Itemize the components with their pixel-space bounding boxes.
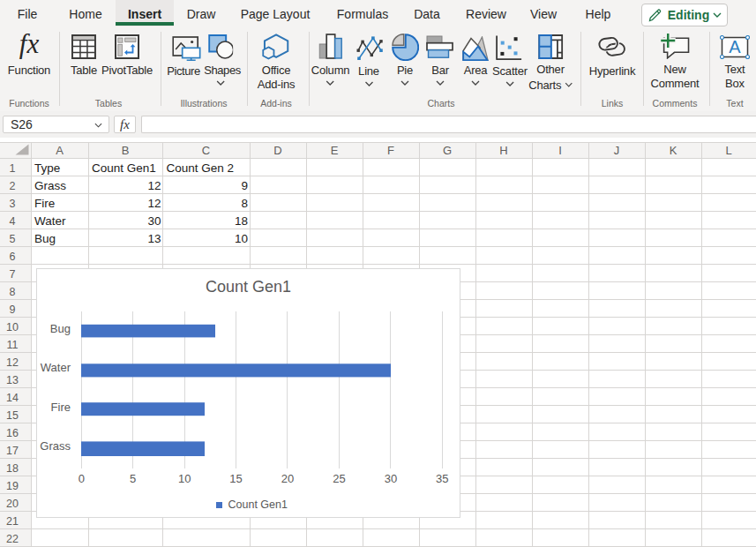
- svg-text:K: K: [670, 144, 677, 157]
- svg-text:6: 6: [10, 251, 16, 263]
- svg-text:10: 10: [235, 232, 248, 245]
- svg-text:Count Gen 2: Count Gen 2: [167, 161, 235, 175]
- svg-text:19: 19: [6, 480, 19, 492]
- svg-text:Bug: Bug: [34, 232, 56, 245]
- svg-text:14: 14: [6, 392, 19, 404]
- svg-text:Fire: Fire: [34, 197, 55, 210]
- svg-text:16: 16: [6, 427, 19, 439]
- svg-text:J: J: [614, 144, 620, 157]
- svg-text:A: A: [56, 144, 64, 157]
- svg-text:12: 12: [147, 197, 161, 210]
- svg-text:12: 12: [6, 356, 19, 369]
- svg-text:20: 20: [6, 498, 19, 510]
- svg-text:C: C: [202, 144, 210, 157]
- svg-text:9: 9: [241, 179, 248, 192]
- svg-text:30: 30: [147, 214, 161, 228]
- svg-text:Water: Water: [34, 214, 66, 228]
- svg-text:Count Gen1: Count Gen1: [92, 161, 156, 175]
- svg-text:Grass: Grass: [34, 179, 66, 192]
- svg-text:11: 11: [7, 339, 19, 351]
- svg-text:21: 21: [6, 515, 19, 528]
- svg-text:9: 9: [10, 303, 16, 316]
- svg-text:10: 10: [6, 321, 19, 333]
- svg-text:8: 8: [10, 286, 16, 298]
- svg-text:3: 3: [10, 198, 16, 210]
- svg-text:17: 17: [6, 445, 19, 457]
- svg-text:8: 8: [241, 197, 248, 210]
- svg-text:7: 7: [10, 268, 16, 281]
- svg-text:I: I: [558, 144, 562, 157]
- svg-text:L: L: [725, 144, 731, 157]
- svg-text:D: D: [273, 144, 281, 157]
- svg-text:13: 13: [6, 374, 19, 386]
- svg-text:1: 1: [10, 162, 16, 175]
- svg-text:5: 5: [10, 233, 16, 245]
- svg-text:18: 18: [6, 462, 19, 475]
- svg-text:15: 15: [6, 409, 19, 422]
- svg-text:Type: Type: [34, 161, 60, 175]
- svg-text:E: E: [331, 144, 339, 157]
- svg-text:H: H: [499, 144, 507, 157]
- svg-text:13: 13: [147, 232, 161, 245]
- svg-text:A: A: [729, 37, 741, 56]
- svg-text:18: 18: [235, 214, 248, 228]
- svg-text:4: 4: [10, 215, 16, 228]
- svg-text:F: F: [387, 144, 394, 157]
- svg-text:12: 12: [147, 179, 161, 192]
- svg-text:22: 22: [6, 533, 19, 545]
- svg-text:2: 2: [10, 180, 16, 192]
- svg-text:B: B: [122, 144, 130, 157]
- svg-text:G: G: [443, 144, 452, 157]
